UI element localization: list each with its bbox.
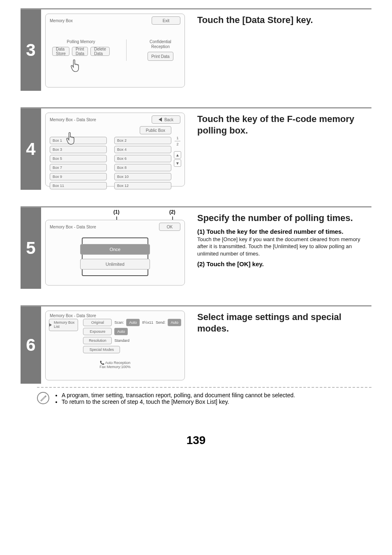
back-button[interactable]: Back: [152, 115, 180, 124]
special-modes-button[interactable]: Special Modes: [83, 346, 120, 353]
note-2: To return to the screen of step 4, touch…: [62, 398, 295, 405]
memory-box-list-button[interactable]: Memory Box List: [49, 319, 78, 331]
arrow-down-icon: ▼: [175, 161, 180, 166]
step-number-6: 6: [21, 306, 41, 384]
step-5-heading: Specify the number of polling times.: [197, 212, 371, 224]
notes-separator: [37, 387, 371, 388]
box-button[interactable]: Box 2: [114, 137, 171, 144]
page-up-button[interactable]: ▲: [174, 151, 181, 159]
page-total: 2: [176, 142, 178, 146]
page-down-button[interactable]: ▼: [174, 159, 181, 167]
data-store-button[interactable]: Data Store: [52, 47, 69, 56]
step-4-block: 4 Memory Box - Data Store Back Public Bo…: [21, 107, 371, 190]
unlimited-button[interactable]: Unlimited: [80, 259, 150, 269]
send-auto-badge: Auto: [168, 319, 181, 326]
box-button[interactable]: Box 4: [114, 146, 171, 153]
public-box-tab[interactable]: Public Box: [140, 126, 171, 134]
data-store-box-list-screen: Memory Box - Data Store Back Public Box …: [45, 113, 185, 187]
triangle-icon: [49, 323, 52, 327]
box-button[interactable]: Box 7: [50, 164, 107, 171]
memory-box-screen: Memory Box Exit Polling Memory Data Stor…: [45, 14, 185, 88]
resolution-value: Standard: [114, 339, 129, 343]
note-1: A program, timer setting, transaction re…: [62, 392, 295, 398]
image-settings-screen: Memory Box - Data Store Memory Box List …: [45, 311, 185, 380]
callout-1-label: (1): [113, 209, 120, 215]
original-button[interactable]: Original: [83, 319, 112, 326]
print-data-button-1[interactable]: Print Data: [72, 47, 88, 56]
box-button[interactable]: Box 12: [114, 182, 171, 189]
screen-title: Memory Box - Data Store: [50, 117, 96, 122]
substep-1-head: (1) Touch the key for the desired number…: [197, 228, 371, 235]
box-button[interactable]: Box 5: [50, 155, 107, 162]
print-data-button-2[interactable]: Print Data: [148, 52, 173, 61]
step-6-heading: Select image settings and special modes.: [197, 311, 371, 334]
pointer-icon: [68, 58, 83, 74]
pointer-icon: [64, 131, 78, 147]
box-button[interactable]: Box 10: [114, 173, 171, 180]
box-button[interactable]: Box 6: [114, 155, 171, 162]
delete-data-button[interactable]: Delete Data: [90, 47, 110, 56]
confidential-reception-label: Confidential Reception: [150, 39, 171, 49]
box-button[interactable]: Box 3: [50, 146, 107, 153]
screen-title: Memory Box: [50, 18, 73, 23]
ok-button[interactable]: OK: [159, 223, 180, 231]
divider: [175, 141, 180, 141]
box-button[interactable]: Box 8: [114, 164, 171, 171]
screen-title: Memory Box - Data Store: [50, 225, 96, 229]
arrow-up-icon: ▲: [175, 153, 180, 157]
exposure-value: Auto: [114, 328, 128, 335]
polling-times-screen: Memory Box - Data Store OK Once Unlimite…: [45, 220, 185, 286]
scan-size: 8½x11: [142, 320, 153, 325]
notes-block: A program, timer setting, transaction re…: [21, 392, 371, 405]
screen-title: Memory Box - Data Store: [50, 313, 96, 318]
polling-memory-label: Polling Memory: [67, 39, 95, 44]
box-button[interactable]: Box 9: [50, 173, 107, 180]
divider: [126, 39, 127, 61]
once-button[interactable]: Once: [80, 244, 150, 255]
note-icon: [37, 392, 49, 404]
page-number: 139: [21, 434, 371, 447]
substep-1-body: Touch the [Once] key if you want the doc…: [197, 236, 371, 258]
status-footer: 📞 Auto Reception Fax Memory:100%: [49, 361, 181, 369]
scan-label: Scan:: [114, 320, 124, 325]
send-label: Send:: [156, 320, 166, 325]
scan-auto-badge: Auto: [126, 319, 140, 326]
step-4-heading: Touch the key of the F-code memory polli…: [197, 113, 371, 136]
step-number-5: 5: [21, 207, 41, 289]
step-3-block: 3 Memory Box Exit Polling Memory Data St…: [21, 8, 371, 91]
arrow-left-icon: [159, 117, 162, 122]
pager: 1 2 ▲ ▼: [174, 136, 181, 167]
step-6-block: 6 Memory Box - Data Store Memory Box Lis…: [21, 305, 371, 405]
box-button[interactable]: Box 11: [50, 182, 107, 189]
step-3-heading: Touch the [Data Store] key.: [197, 14, 371, 26]
resolution-button[interactable]: Resolution: [83, 337, 112, 344]
callout-2-label: (2): [169, 209, 175, 215]
step-5-block: 5 (1) (2) Memory Box - Data Store OK Onc…: [21, 206, 371, 289]
exit-button[interactable]: Exit: [152, 16, 180, 25]
substep-2-head: (2) Touch the [OK] key.: [197, 260, 371, 267]
exposure-button[interactable]: Exposure: [83, 328, 112, 335]
step-number-4: 4: [21, 108, 41, 190]
page-current: 1: [176, 136, 178, 140]
step-number-3: 3: [21, 9, 41, 91]
